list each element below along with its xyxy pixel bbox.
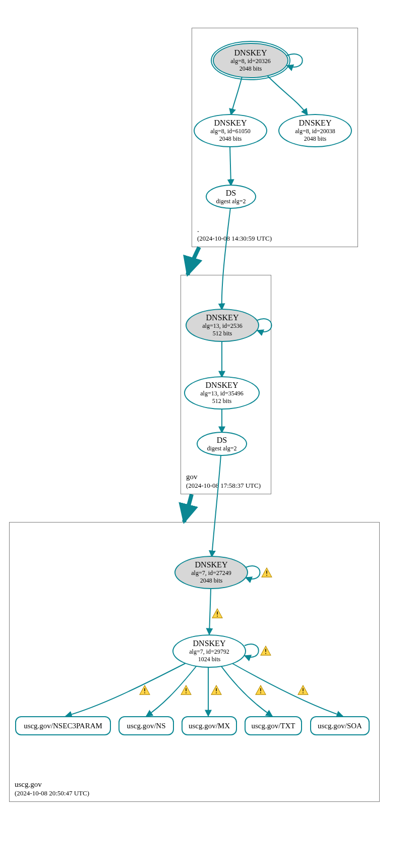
warning-icon xyxy=(260,646,271,656)
gov-zsk-node: DNSKEY alg=13, id=35496 512 bits xyxy=(184,376,260,410)
warning-icon xyxy=(211,685,222,695)
uscg-zsk-bits: 1024 bits xyxy=(198,656,220,663)
uscg-zsk-node: DNSKEY alg=7, id=29792 1024 bits xyxy=(172,634,246,668)
root-dnskey3-alg: alg=8, id=20038 xyxy=(295,128,335,135)
root-ksk-alg: alg=8, id=20326 xyxy=(230,57,271,65)
svg-rect-13 xyxy=(260,692,261,693)
uscg-ksk-node: DNSKEY alg=7, id=27249 2048 bits xyxy=(174,556,248,589)
uscg-ksk-title: DNSKEY xyxy=(195,560,228,569)
root-ds-node: DS digest alg=2 xyxy=(206,185,256,209)
warning-icon xyxy=(139,685,150,695)
zone-gov-timestamp: (2024-10-08 17:58:37 UTC) xyxy=(186,482,261,490)
gov-zsk-title: DNSKEY xyxy=(206,381,239,390)
gov-ksk-node: DNSKEY alg=13, id=2536 512 bits xyxy=(186,309,259,342)
zone-root-name: . xyxy=(197,225,272,235)
root-ksk-node: DNSKEY alg=8, id=20326 2048 bits xyxy=(213,43,288,78)
root-zsk-bits: 2048 bits xyxy=(219,135,242,143)
svg-rect-12 xyxy=(260,688,261,691)
gov-ksk-bits: 512 bits xyxy=(213,330,232,337)
gov-ksk-title: DNSKEY xyxy=(206,313,239,322)
rrset-nsec3param: uscg.gov/NSEC3PARAM xyxy=(15,716,111,735)
zone-root-timestamp: (2024-10-08 14:30:59 UTC) xyxy=(197,235,272,243)
svg-rect-0 xyxy=(266,570,267,573)
zone-gov-name: gov xyxy=(186,472,261,482)
root-dnskey3-title: DNSKEY xyxy=(299,119,332,128)
root-ds-digest: digest alg=2 xyxy=(216,198,246,205)
rrset-txt: uscg.gov/TXT xyxy=(245,716,302,735)
zone-uscg-timestamp: (2024-10-08 20:50:47 UTC) xyxy=(15,789,89,797)
zone-uscg-name: uscg.gov xyxy=(15,780,89,789)
root-zsk-alg: alg=8, id=61050 xyxy=(210,128,251,135)
svg-rect-7 xyxy=(144,692,145,693)
svg-rect-5 xyxy=(265,653,266,654)
rrset-soa-label: uscg.gov/SOA xyxy=(318,722,362,730)
rrset-mx-label: uscg.gov/MX xyxy=(189,722,230,730)
root-ksk-bits: 2048 bits xyxy=(240,65,262,73)
rrset-ns: uscg.gov/NS xyxy=(118,716,174,735)
gov-zsk-bits: 512 bits xyxy=(212,397,231,405)
warning-icon xyxy=(212,608,223,618)
rrset-ns-label: uscg.gov/NS xyxy=(127,722,165,730)
svg-rect-1 xyxy=(266,575,267,576)
gov-ksk-alg: alg=13, id=2536 xyxy=(202,322,243,330)
zone-root-label: . (2024-10-08 14:30:59 UTC) xyxy=(197,225,272,243)
svg-rect-2 xyxy=(217,611,218,614)
zone-gov-label: gov (2024-10-08 17:58:37 UTC) xyxy=(186,472,261,490)
svg-rect-15 xyxy=(303,692,304,693)
rrset-nsec3param-label: uscg.gov/NSEC3PARAM xyxy=(24,722,102,730)
rrset-soa: uscg.gov/SOA xyxy=(310,716,370,735)
svg-rect-6 xyxy=(144,688,145,691)
svg-rect-9 xyxy=(186,692,187,693)
warning-icon xyxy=(255,685,266,695)
root-ksk-title: DNSKEY xyxy=(234,48,267,57)
warning-icon xyxy=(297,685,309,695)
svg-rect-10 xyxy=(216,688,217,691)
root-ds-title: DS xyxy=(226,189,236,198)
zone-uscg-label: uscg.gov (2024-10-08 20:50:47 UTC) xyxy=(15,780,89,797)
svg-rect-8 xyxy=(186,688,187,691)
root-zsk-title: DNSKEY xyxy=(214,119,247,128)
dnssec-chain-diagram: . (2024-10-08 14:30:59 UTC) gov (2024-10… xyxy=(0,0,417,868)
root-zsk-node: DNSKEY alg=8, id=61050 2048 bits xyxy=(194,114,267,147)
gov-zsk-alg: alg=13, id=35496 xyxy=(200,390,244,397)
svg-rect-14 xyxy=(303,688,304,691)
gov-ds-node: DS digest alg=2 xyxy=(197,432,247,456)
uscg-ksk-bits: 2048 bits xyxy=(200,577,222,585)
svg-rect-4 xyxy=(265,649,266,652)
root-dnskey3-node: DNSKEY alg=8, id=20038 2048 bits xyxy=(278,114,352,147)
rrset-txt-label: uscg.gov/TXT xyxy=(251,722,295,730)
warning-icon xyxy=(261,567,272,577)
uscg-zsk-title: DNSKEY xyxy=(193,639,226,648)
uscg-ksk-alg: alg=7, id=27249 xyxy=(191,569,231,577)
gov-ds-digest: digest alg=2 xyxy=(207,445,236,452)
root-dnskey3-bits: 2048 bits xyxy=(304,135,326,143)
svg-rect-11 xyxy=(216,692,217,693)
rrset-mx: uscg.gov/MX xyxy=(182,716,237,735)
warning-icon xyxy=(181,685,192,695)
svg-rect-3 xyxy=(217,616,218,617)
uscg-zsk-alg: alg=7, id=29792 xyxy=(189,648,229,656)
gov-ds-title: DS xyxy=(217,436,227,445)
